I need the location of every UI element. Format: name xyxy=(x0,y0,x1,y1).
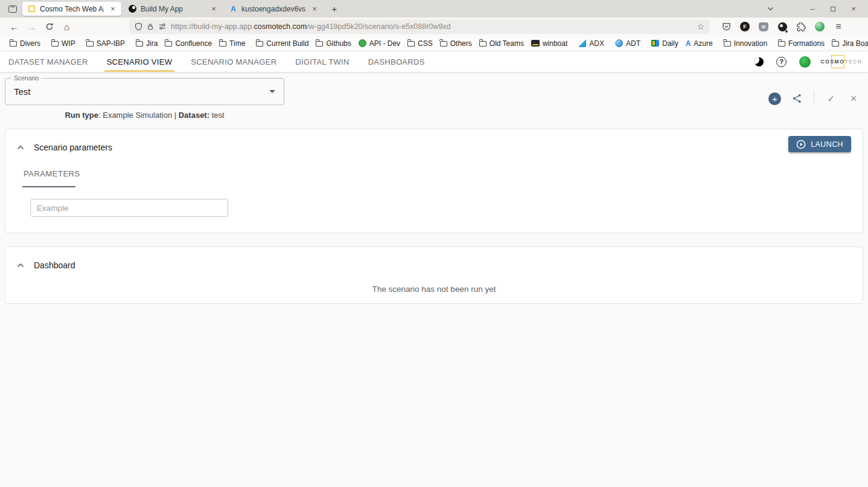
extensions-puzzle-icon[interactable] xyxy=(794,20,808,33)
bookmark-formations[interactable]: Formations xyxy=(774,37,828,50)
tab-close-icon[interactable]: × xyxy=(108,4,118,14)
folder-icon xyxy=(219,41,226,47)
bookmark-daily[interactable]: Daily xyxy=(648,37,682,50)
minimize-button[interactable]: – xyxy=(804,2,821,16)
create-scenario-button[interactable]: + xyxy=(768,92,781,105)
hamburger-menu-icon: ≡ xyxy=(835,21,841,32)
main-content: Scenario Test Run type: Example Simulati… xyxy=(0,72,868,487)
bookmark-githubs[interactable]: Githubs xyxy=(312,37,354,50)
help-icon[interactable]: ? xyxy=(776,57,787,67)
url-domain: cosmotech.com xyxy=(254,22,307,31)
folder-icon xyxy=(51,41,59,47)
dark-mode-toggle-icon[interactable] xyxy=(755,57,764,66)
bookmark-jira-boards[interactable]: Jira Boards xyxy=(828,37,868,50)
adx-icon xyxy=(578,39,586,47)
reload-icon xyxy=(45,22,54,31)
scenario-select[interactable]: Scenario Test xyxy=(5,78,284,105)
url-text[interactable]: https://build-my-app.app.cosmotech.com/w… xyxy=(171,22,692,31)
bookmark-css[interactable]: CSS xyxy=(404,37,436,50)
bookmark-time[interactable]: Time xyxy=(215,37,249,50)
f-extension-icon[interactable]: F xyxy=(738,20,752,33)
bookmark-label: WIP xyxy=(62,39,75,48)
browser-tab-kusto[interactable]: A kustoengadxdev6vs67m × xyxy=(224,2,323,16)
bookmark-wip[interactable]: WIP xyxy=(48,37,79,50)
collapse-dashboard-button[interactable] xyxy=(17,263,24,268)
bookmark-jira[interactable]: Jira xyxy=(132,37,161,50)
menu-button[interactable]: ≡ xyxy=(832,20,845,33)
user-avatar[interactable] xyxy=(799,56,811,68)
new-tab-button[interactable]: + xyxy=(327,2,342,16)
bookmark-current-build[interactable]: Current Build xyxy=(252,37,312,50)
folder-icon xyxy=(165,41,172,47)
tab-parameters[interactable]: PARAMETERS xyxy=(22,166,75,187)
launch-button-label: LAUNCH xyxy=(811,140,843,149)
bookmark-old-teams[interactable]: Old Teams xyxy=(476,37,528,50)
pocket-icon[interactable] xyxy=(720,20,733,33)
dark-extension-icon[interactable] xyxy=(776,20,789,33)
url-bar[interactable]: https://build-my-app.app.cosmotech.com/w… xyxy=(129,19,710,34)
bookmark-label: Old Teams xyxy=(490,39,524,48)
bookmark-label: ADX xyxy=(589,39,604,48)
meet-camera-icon xyxy=(651,40,659,47)
bookmark-adt[interactable]: ADT xyxy=(611,37,644,50)
bookmark-winboat[interactable]: winboat xyxy=(528,37,571,50)
share-scenario-button[interactable] xyxy=(790,92,803,105)
tab-close-icon[interactable]: × xyxy=(310,4,319,14)
scenario-selector-strip: Scenario Test Run type: Example Simulati… xyxy=(0,72,868,120)
example-parameter-input[interactable] xyxy=(30,199,228,217)
bookmark-confluence[interactable]: Confluence xyxy=(161,37,215,50)
id-shield-extension-icon[interactable]: ID xyxy=(757,20,770,33)
chevron-down-icon xyxy=(767,7,774,11)
firefox-view-button[interactable] xyxy=(5,2,21,16)
dashboard-card: Dashboard The scenario has not been run … xyxy=(5,247,863,304)
home-button[interactable]: ⌂ xyxy=(59,19,75,34)
nav-tab-scenario-view[interactable]: SCENARIO VIEW xyxy=(104,51,175,72)
folder-icon xyxy=(479,41,487,47)
bookmark-adx[interactable]: ADX xyxy=(575,37,608,50)
reject-scenario-button[interactable]: × xyxy=(847,92,860,105)
build-my-app-favicon-icon xyxy=(129,5,136,13)
bookmark-label: Azure xyxy=(694,39,712,48)
bookmark-sap-ibp[interactable]: SAP-IBP xyxy=(83,37,129,50)
bookmark-label: Jira xyxy=(146,39,158,48)
bookmark-star-icon[interactable]: ☆ xyxy=(697,22,704,31)
list-all-tabs-button[interactable] xyxy=(762,2,778,16)
scenario-actions: + ✓ × xyxy=(768,92,860,105)
nav-tab-dataset-manager[interactable]: DATASET MANAGER xyxy=(6,51,91,72)
browser-tab-build-my-app[interactable]: Build My App × xyxy=(123,2,222,16)
url-path: /w-gg419pd5k20/scenario/s-e5x088r0w9xd xyxy=(307,22,450,31)
nav-tab-digital-twin[interactable]: DIGITAL TWIN xyxy=(293,51,351,72)
folder-icon xyxy=(256,41,263,47)
bookmark-others[interactable]: Others xyxy=(436,37,476,50)
back-button[interactable]: ← xyxy=(6,19,22,34)
reload-button[interactable] xyxy=(41,19,57,34)
bookmark-api-dev[interactable]: API - Dev xyxy=(355,37,404,50)
bookmark-label: API - Dev xyxy=(369,39,400,48)
forward-button[interactable]: → xyxy=(24,19,40,34)
browser-toolbar: ← → ⌂ https://build-my-app.app.cosmotech… xyxy=(0,18,868,36)
lock-icon xyxy=(147,22,154,31)
folder-icon xyxy=(724,41,731,47)
validate-scenario-button[interactable]: ✓ xyxy=(825,92,838,105)
bookmark-innovation[interactable]: Innovation xyxy=(720,37,771,50)
adt-icon xyxy=(615,39,623,47)
folder-icon xyxy=(778,41,785,47)
browser-tab-cosmo[interactable]: Cosmo Tech Web Applica × xyxy=(22,2,121,16)
chevron-up-icon xyxy=(17,145,24,150)
tab-title: Cosmo Tech Web Applica xyxy=(40,5,104,13)
bookmark-azure[interactable]: AAzure xyxy=(682,37,716,50)
nav-tab-scenario-manager[interactable]: SCENARIO MANAGER xyxy=(188,51,279,72)
window-close-button[interactable]: × xyxy=(845,2,862,16)
tab-close-icon[interactable]: × xyxy=(209,4,219,14)
launch-button[interactable]: LAUNCH xyxy=(788,136,851,152)
bookmark-label: Githubs xyxy=(326,39,351,48)
bookmark-label: Divers xyxy=(20,39,40,48)
nav-tab-dashboards[interactable]: DASHBOARDS xyxy=(366,51,427,72)
sphere-extension-icon[interactable] xyxy=(813,20,826,33)
bookmark-label: ADT xyxy=(626,39,640,48)
bookmarks-bar: Divers WIP SAP-IBP Jira Confluence Time … xyxy=(0,36,868,51)
maximize-button[interactable] xyxy=(825,2,841,16)
collapse-parameters-button[interactable] xyxy=(17,145,24,150)
api-dev-icon xyxy=(359,39,366,47)
bookmark-divers[interactable]: Divers xyxy=(6,37,44,50)
